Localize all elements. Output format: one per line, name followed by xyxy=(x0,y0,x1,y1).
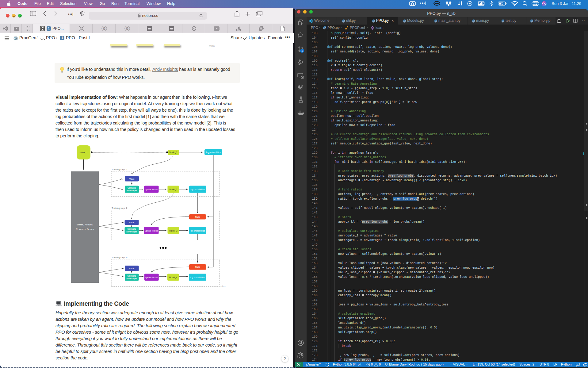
svg-text:update losses: update losses xyxy=(145,188,158,191)
svg-text:advantages: advantages xyxy=(126,278,137,280)
svg-text:Calculate: Calculate xyxy=(127,228,136,230)
svg-text:G: G xyxy=(103,27,106,30)
svg-text:log probabilities: log probabilities xyxy=(190,188,205,191)
svg-text:miro: miro xyxy=(220,285,225,288)
svg-text:Model_2: Model_2 xyxy=(169,188,177,191)
svg-text:Model_1: Model_1 xyxy=(169,151,177,154)
svg-text:advantages: advantages xyxy=(126,231,137,233)
svg-text:Value: Value xyxy=(129,267,134,270)
svg-text:Training step: 2: Training step: 2 xyxy=(112,207,127,209)
svg-text:States, Actions,: States, Actions, xyxy=(76,223,93,226)
svg-text:Ratio: Ratio xyxy=(195,266,200,268)
svg-text:Rewards, Dones: Rewards, Dones xyxy=(76,228,94,231)
svg-text:Model_3: Model_3 xyxy=(169,230,177,232)
svg-text:log probabilities: log probabilities xyxy=(190,276,205,279)
svg-text:G: G xyxy=(126,27,129,30)
svg-text:log probabilities: log probabilities xyxy=(206,151,221,154)
svg-text:update losses: update losses xyxy=(145,230,158,232)
svg-text:Model_1: Model_1 xyxy=(79,151,87,154)
svg-text:Ratio: Ratio xyxy=(195,216,200,218)
svg-text:Training step: 1: Training step: 1 xyxy=(112,168,127,171)
svg-text:Value: Value xyxy=(129,178,135,180)
svg-text:Value: Value xyxy=(129,221,134,224)
svg-text:Calculate: Calculate xyxy=(127,275,136,277)
svg-text:Model_4: Model_4 xyxy=(169,276,177,279)
svg-text:Training step: n: Training step: n xyxy=(112,256,127,259)
svg-text:update losses: update losses xyxy=(145,276,158,279)
svg-text:Calculate: Calculate xyxy=(128,187,136,189)
svg-text:log probabilities: log probabilities xyxy=(190,230,205,232)
svg-text:advantages: advantages xyxy=(126,190,137,192)
